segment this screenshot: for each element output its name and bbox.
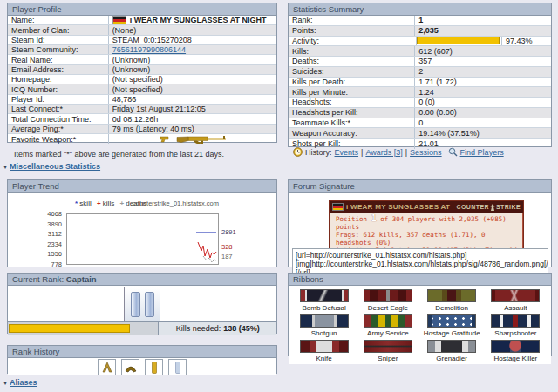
deaths-value: 357 [414,57,551,66]
table-row: Activity: 97.43% [289,37,551,47]
player-trend-title: Player Trend [8,180,276,193]
table-row: Steam Id: STEAM_0:0:15270208 [8,36,276,45]
rank-value: 1 [414,16,551,25]
ribbons-title: Ribbons [289,274,551,286]
favorite-weapon-golden-rifle-icon [174,134,228,144]
ribbon-cell: Assault [484,289,548,312]
activity-cell: 97.43% [416,37,551,46]
hpk-value: 0.00 (0.00) [414,108,551,118]
ribbon-cell: Demolition [420,289,484,312]
player-profile-title: Player Profile [8,3,276,16]
row-label: Teammate Kills:* [289,118,414,127]
table-row: Average Ping:* 79 ms (Latency: 40 ms) [8,125,276,134]
signature-line-position: Position 1 of 304 players with 2,035 (+9… [336,214,519,231]
table-row: Headshots: 0 (0) [289,98,551,108]
trend-chart: * skill + kills + deaths counterstrike_0… [8,193,276,267]
generated-note: Items marked "*" above are generated fro… [14,150,224,159]
statistics-summary-table: Rank: 1 Points: 2,035 Activity: 97.43% K… [289,16,551,149]
trend-skill-end-value: 2891 [221,228,236,236]
accuracy-value: 19.14% (37.51%) [414,128,551,138]
forum-signature-body: i WEAR MY SUNGLASSES AT COUNTER STRIKE P… [289,193,551,267]
sessions-link[interactable]: Sessions [410,148,442,157]
trend-plot-area [66,213,219,265]
legend-kills: kills [103,199,114,207]
current-rank-title: Current Rank: Captain [8,274,276,286]
german-flag-icon [112,16,126,24]
find-players-link[interactable]: Find Players [460,148,504,157]
row-value: 79 ms (Latency: 40 ms) [108,125,276,133]
ribbon-hostage-gratitude-image [427,314,476,328]
ribbon-cell: Sniper [356,340,419,362]
row-label: Last Connect:* [8,105,108,113]
y-tick: 3112 [32,230,62,238]
row-label: Suicides: [289,67,414,76]
kills-value: 612 (607) [414,46,551,56]
bbcode-line: [url=http://counterstrike_01.hlstatsx.co… [296,251,545,260]
separator: | [361,148,363,157]
rank-history-title: Rank History [8,346,276,358]
steam-community-link[interactable]: 76561197990806144 [112,45,186,54]
ribbon-label: Grenadier [420,355,484,362]
row-label: Total Connection Time: [8,115,108,124]
ribbon-cell: Shotgun [292,314,356,337]
row-value: Friday 1st August 21:12:05 [108,105,276,113]
ribbons-panel: Ribbons Bomb Defusal Desert Eagle Demoli… [288,273,552,356]
current-rank-name: Captain [66,274,97,284]
row-value: 0d 08:12:26h [108,114,276,123]
row-label: Rank: [289,16,414,24]
ribbon-assault-image [491,289,540,302]
y-tick: 2334 [32,240,62,248]
separator: | [405,148,407,157]
player-profile-panel: Player Profile Name: i WEAR MY SUNGLASSE… [7,3,277,143]
table-row: Email Address: (Unknown) [8,65,276,75]
rank-progress-track [8,322,158,335]
ribbon-demolition-image [427,289,476,302]
rank-gold-chevron-icon [98,359,116,375]
y-tick: 4668 [32,210,62,218]
ribbon-cell: Hostage Killer [484,340,548,362]
row-value: (Not specified) [108,75,276,84]
trend-lines [67,214,218,264]
counter-strike-logo: COUNTER STRIKE [457,204,521,211]
current-rank-panel: Current Rank: Captain Kills needed: 138 … [7,273,277,334]
rank-history-panel: Rank History [7,345,277,374]
row-label: Homepage: [8,75,108,84]
row-value: 76561197990806144 [108,45,276,54]
ribbon-cell: Grenadier [420,340,484,362]
row-label: Favorite Weapon:* [8,135,108,144]
y-tick: 3890 [32,220,62,228]
kills-marker: + [97,199,101,207]
player-stats-page: Player Profile Name: i WEAR MY SUNGLASSE… [0,0,558,392]
ribbons-grid: Bomb Defusal Desert Eagle Demolition Ass… [289,286,551,364]
table-row: Deaths: 357 [289,57,551,67]
y-tick: 1556 [32,250,62,258]
collapse-triangle-icon: ▾ [3,163,7,171]
row-label: Kills per Death: [289,78,414,86]
y-tick: 778 [32,260,62,268]
player-trend-panel: Player Trend * skill + kills + deaths co… [7,179,277,267]
signature-header: i WEAR MY SUNGLASSES AT COUNTER STRIKE [330,201,523,213]
row-label: Weapon Accuracy: [289,129,414,138]
misc-statistics-toggle[interactable]: ▾Miscellaneous Statistics [3,162,100,171]
small-pistol-icon [160,135,169,143]
table-row: Last Connect:* Friday 1st August 21:12:0… [8,105,276,114]
table-row: Kills: 612 (607) [289,46,551,57]
ribbon-label: Hostage Killer [484,355,548,362]
rank-progress-fill [9,324,130,333]
awards-link[interactable]: Awards [3] [365,148,402,157]
events-link[interactable]: Events [335,148,359,157]
aliases-toggle[interactable]: ▾Aliases [3,378,37,387]
row-value [108,134,276,144]
row-value: (Unknown) [108,65,276,74]
server-name: counterstrike_01.hlstatsx.com [133,199,219,207]
signature-player-name: i WEAR MY SUNGLASSES AT [346,203,457,211]
row-label: Headshots: [289,98,414,106]
ribbon-knife-image [300,340,349,353]
table-row: Member of Clan: (None) [8,25,276,35]
rank-dark-chevron-icon [121,359,140,375]
table-row: Name: i WEAR MY SUNGLASSES AT NIGHT [8,16,276,25]
row-value: (None) [108,25,276,34]
cs-soldier-icon [490,204,495,211]
ribbon-army-service-image [364,314,412,328]
table-row: Kills per Death: 1.71 (1.72) [289,78,551,88]
